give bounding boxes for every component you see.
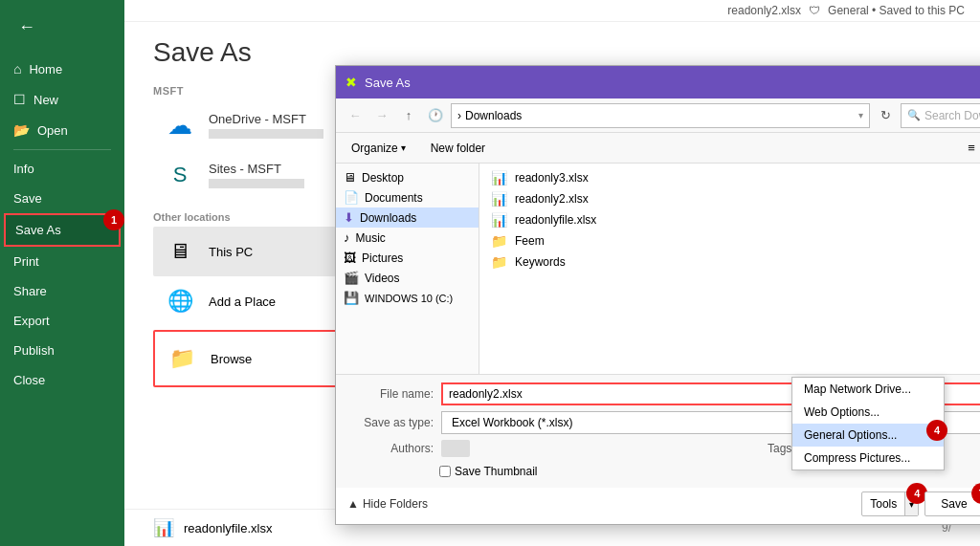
tree-item-downloads[interactable]: ⬇ Downloads (336, 207, 479, 228)
file-item-keywords-label: Keywords (515, 255, 566, 269)
sidebar-item-close[interactable]: Close (0, 365, 124, 395)
dropdown-compress-pictures[interactable]: Compress Pictures... (792, 447, 944, 470)
path-location: Downloads (465, 109, 522, 122)
thumbnail-checkbox-label[interactable]: Save Thumbnail (439, 465, 538, 478)
sidebar-item-open-label: Open (37, 123, 68, 138)
sidebar-item-print[interactable]: Print (0, 247, 124, 276)
excel-icon: ✖ (345, 75, 357, 90)
collapse-icon: ▲ (347, 497, 359, 511)
dropdown-map-network-label: Map Network Drive... (804, 382, 911, 396)
authors-box[interactable] (441, 440, 470, 457)
pc-icon: 🖥 (163, 234, 197, 269)
tree-item-documents[interactable]: 📄 Documents (336, 187, 479, 207)
tools-dropdown: Map Network Drive... Web Options... Gene… (791, 377, 945, 470)
path-dropdown-icon: ▾ (858, 110, 863, 120)
path-arrow: › (457, 109, 461, 122)
tree-item-windows-label: WINDOWS 10 (C:) (365, 293, 453, 304)
tree-item-music-label: Music (356, 231, 386, 245)
file-item-readonly3-label: readonly3.xlsx (515, 171, 589, 185)
tree-item-desktop-label: Desktop (362, 171, 404, 185)
back-button[interactable]: ← (8, 8, 46, 46)
organize-button[interactable]: Organize ▾ (344, 140, 413, 157)
tree-item-windows[interactable]: 💾 WINDOWS 10 (C:) (336, 288, 479, 308)
dropdown-general-options-label: General Options... (804, 428, 897, 442)
tree-item-pictures[interactable]: 🖼 Pictures (336, 248, 479, 268)
sidebar-item-open[interactable]: 📂 Open (0, 115, 124, 145)
xlsx-icon-2: 📊 (491, 191, 507, 207)
nav-up-button[interactable]: ↑ (397, 104, 420, 127)
tree-item-documents-label: Documents (365, 191, 423, 205)
tree-item-music[interactable]: ♪ Music (336, 228, 479, 248)
sidebar-item-close-label: Close (13, 373, 45, 387)
refresh-button[interactable]: ↻ (874, 104, 897, 127)
downloads-icon: ⬇ (344, 210, 354, 225)
sidebar-item-info[interactable]: Info (0, 154, 124, 184)
path-bar[interactable]: › Downloads ▾ (451, 103, 870, 128)
dialog-title: Save As (365, 76, 980, 90)
tree-item-videos-label: Videos (365, 272, 399, 285)
file-item-readonlyfile-label: readonlyfile.xlsx (515, 213, 596, 227)
filename-label: File name: (347, 387, 434, 401)
view-list-button[interactable]: ≡ (960, 137, 980, 160)
tree-item-downloads-label: Downloads (360, 211, 416, 225)
onedrive-icon: ☁ (163, 108, 197, 142)
search-box[interactable]: 🔍 Search Downloads (901, 103, 980, 128)
file-item-feem-label: Feem (515, 234, 545, 248)
home-icon: ⌂ (13, 61, 21, 76)
tree-item-pictures-label: Pictures (362, 251, 403, 265)
save-as-dialog: ✖ Save As ✕ ← → ↑ 🕐 › Downloads ▾ ↻ 🔍 Se… (335, 65, 980, 525)
add-place-label: Add a Place (209, 295, 276, 309)
sidebar-item-home[interactable]: ⌂ Home (0, 54, 124, 84)
globe-icon: 🌐 (163, 284, 197, 318)
bottom-file-icon: 📊 (153, 517, 174, 538)
new-icon: ☐ (13, 92, 26, 107)
dialog-titlebar: ✖ Save As ✕ (336, 66, 980, 98)
dialog-nav: ← → ↑ 🕐 › Downloads ▾ ↻ 🔍 Search Downloa… (336, 98, 980, 133)
sidebar-item-save[interactable]: Save (0, 184, 124, 213)
file-item-readonlyfile[interactable]: 📊 readonlyfile.xlsx (483, 209, 980, 230)
sidebar-item-home-label: Home (29, 62, 62, 76)
thumbnail-checkbox[interactable] (439, 466, 451, 477)
sites-icon: S (163, 158, 197, 192)
nav-forward-button[interactable]: → (370, 104, 393, 127)
hide-folders-button[interactable]: ▲ Hide Folders (347, 497, 428, 511)
nav-back-button[interactable]: ← (344, 104, 367, 127)
file-item-readonly2-label: readonly2.xlsx (515, 192, 589, 206)
dialog-body: 🖥 Desktop 📄 Documents ⬇ Downloads ♪ Musi… (336, 164, 980, 374)
dropdown-general-options[interactable]: General Options... 4 (792, 424, 944, 447)
pictures-icon: 🖼 (344, 251, 356, 265)
file-item-keywords[interactable]: 📁 Keywords (483, 251, 980, 273)
new-folder-button[interactable]: New folder (421, 140, 495, 157)
dropdown-map-network[interactable]: Map Network Drive... (792, 378, 944, 401)
tree-item-videos[interactable]: 🎬 Videos (336, 268, 479, 288)
folder-tree: 🖥 Desktop 📄 Documents ⬇ Downloads ♪ Musi… (336, 164, 479, 374)
sidebar-item-publish[interactable]: Publish (0, 336, 124, 365)
tools-button[interactable]: Tools ▾ 4 (861, 491, 919, 516)
organize-label: Organize (351, 142, 398, 155)
sidebar-item-new[interactable]: ☐ New (0, 84, 124, 115)
sidebar-item-share[interactable]: Share (0, 276, 124, 306)
savetype-label: Save as type: (347, 416, 434, 429)
tree-item-desktop[interactable]: 🖥 Desktop (336, 167, 479, 187)
sidebar-item-export[interactable]: Export (0, 306, 124, 336)
open-icon: 📂 (13, 122, 30, 138)
organize-arrow-icon: ▾ (401, 142, 406, 153)
authors-label: Authors: (347, 442, 434, 455)
sidebar-item-save-as[interactable]: Save As 1 (4, 213, 121, 247)
file-item-feem[interactable]: 📁 Feem (483, 230, 980, 251)
dropdown-web-options-label: Web Options... (804, 405, 880, 419)
general-options-badge: 4 (926, 420, 947, 441)
dropdown-web-options[interactable]: Web Options... (792, 401, 944, 424)
dialog-action-row: ▲ Hide Folders Tools ▾ 4 Save 7 Cancel (336, 488, 980, 524)
desktop-icon: 🖥 (344, 170, 356, 185)
nav-recent-button[interactable]: 🕐 (424, 104, 447, 127)
drive-icon: 💾 (344, 291, 359, 305)
videos-icon: 🎬 (344, 271, 359, 285)
search-icon: 🔍 (907, 109, 921, 121)
file-list: 📊 readonly3.xlsx 📊 readonly2.xlsx 📊 read… (479, 164, 980, 374)
save-button[interactable]: Save 7 (924, 491, 980, 516)
file-item-readonly2[interactable]: 📊 readonly2.xlsx (483, 188, 980, 209)
sidebar-item-save-as-label: Save As (15, 223, 61, 237)
sidebar-item-publish-label: Publish (13, 343, 55, 358)
file-item-readonly3[interactable]: 📊 readonly3.xlsx (483, 167, 980, 188)
